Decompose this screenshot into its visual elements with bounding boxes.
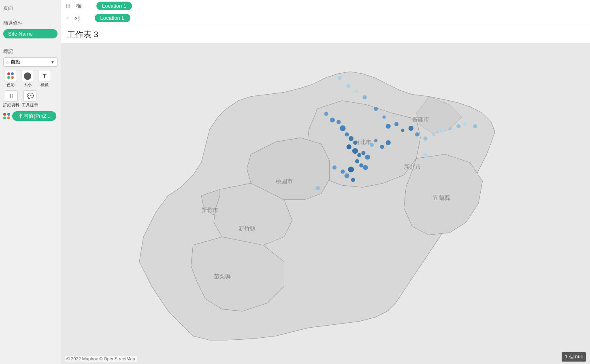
marks-size-button[interactable]: ⬤ 大小: [20, 70, 35, 88]
svg-point-35: [348, 167, 354, 172]
label-label: 標籤: [40, 82, 49, 88]
svg-text:桃園市: 桃園市: [276, 178, 293, 184]
page-label: 頁面: [3, 4, 58, 13]
color-label: 色彩: [6, 82, 15, 88]
row-icon: ≡: [66, 15, 69, 21]
sidebar: 頁面 篩選條件 Site Name 標記 ○ 自動 ▼ 色彩: [0, 0, 61, 364]
svg-point-13: [374, 107, 378, 111]
svg-point-30: [361, 151, 365, 155]
filter-section: 篩選條件 Site Name: [3, 20, 58, 38]
svg-point-31: [365, 154, 370, 159]
svg-point-12: [362, 95, 366, 99]
size-label: 大小: [23, 82, 32, 88]
null-badge: 1 個 null: [562, 352, 586, 362]
svg-point-25: [349, 136, 354, 141]
svg-point-29: [357, 153, 361, 157]
avg-badge[interactable]: 平均值(Pm2...: [3, 111, 58, 121]
tooltip-icon: 💬: [23, 90, 36, 102]
svg-point-39: [332, 165, 337, 169]
svg-point-36: [341, 169, 345, 174]
svg-point-14: [382, 115, 386, 119]
svg-point-11: [355, 90, 358, 93]
filter-section-label: 篩選條件: [3, 20, 58, 27]
svg-point-18: [409, 126, 413, 131]
marks-section-label: 標記: [3, 48, 58, 55]
svg-point-26: [353, 141, 357, 145]
auto-circle-icon: ○: [6, 60, 9, 65]
main-panel: ⁞⁞⁞ 欄 Location 1 ≡ 列 Location L 工作表 3: [61, 0, 590, 364]
marks-icons-row1: 色彩 ⬤ 大小 T 標籤: [3, 70, 58, 88]
worksheet-title: 工作表 3: [61, 24, 590, 44]
svg-point-50: [463, 123, 466, 126]
marks-detail-button[interactable]: ⁞⁞ 詳細資料: [3, 90, 19, 108]
page-section: 頁面: [3, 4, 58, 13]
svg-text:宜蘭縣: 宜蘭縣: [433, 195, 450, 201]
svg-point-37: [344, 173, 349, 178]
color-icon: [4, 70, 17, 81]
size-icon: ⬤: [21, 70, 34, 81]
detail-icon: ⁞⁞: [5, 90, 18, 102]
svg-text:苗栗縣: 苗栗縣: [214, 273, 231, 279]
svg-point-22: [337, 120, 341, 124]
column-icon: ⁞⁞⁞: [66, 3, 70, 9]
column-label: 欄: [76, 2, 92, 10]
header-row-column: ⁞⁞⁞ 欄 Location 1: [61, 0, 590, 12]
svg-text:基隆市: 基隆市: [412, 116, 429, 123]
marks-tooltip-button[interactable]: 💬 工具提示: [22, 90, 38, 108]
svg-point-17: [401, 129, 404, 132]
svg-point-38: [351, 178, 355, 182]
svg-point-34: [363, 165, 368, 170]
svg-point-43: [386, 140, 391, 145]
row-badge[interactable]: Location L: [95, 14, 130, 22]
svg-point-46: [432, 133, 435, 136]
marks-type-dropdown[interactable]: ○ 自動 ▼: [3, 57, 58, 67]
svg-text:新北市: 新北市: [404, 163, 421, 170]
row-label: 列: [75, 15, 91, 22]
map-svg: 台北市 基隆市 新北市 桃園市 新竹市 新竹縣 苗栗縣 宜蘭縣: [61, 44, 590, 364]
svg-point-20: [324, 112, 328, 116]
marks-color-button[interactable]: 色彩: [3, 70, 18, 88]
svg-point-48: [449, 127, 452, 130]
svg-point-44: [316, 186, 320, 190]
label-icon: T: [38, 70, 51, 81]
svg-point-47: [440, 128, 444, 132]
header-rows: ⁞⁞⁞ 欄 Location 1 ≡ 列 Location L: [61, 0, 590, 24]
marks-label-button[interactable]: T 標籤: [37, 70, 52, 88]
avg-label[interactable]: 平均值(Pm2...: [12, 111, 56, 121]
svg-point-9: [338, 76, 342, 80]
avg-dots-icon: [3, 113, 11, 119]
detail-label: 詳細資料: [3, 102, 19, 108]
svg-point-27: [347, 144, 351, 149]
svg-point-19: [415, 132, 419, 136]
svg-point-42: [380, 145, 384, 149]
map-container[interactable]: 台北市 基隆市 新北市 桃園市 新竹市 新竹縣 苗栗縣 宜蘭縣: [61, 44, 590, 364]
svg-point-33: [359, 163, 363, 167]
header-row-row: ≡ 列 Location L: [61, 12, 590, 24]
svg-point-49: [456, 124, 460, 128]
column-badge[interactable]: Location 1: [96, 2, 132, 10]
map-attribution: © 2022 Mapbox © OpenStreetMap: [65, 356, 137, 362]
svg-point-28: [352, 148, 358, 154]
svg-text:新竹縣: 新竹縣: [239, 225, 256, 232]
marks-icons-row2: ⁞⁞ 詳細資料 💬 工具提示: [3, 90, 58, 108]
svg-point-21: [330, 118, 335, 123]
svg-point-45: [423, 137, 427, 141]
marks-dropdown-label: 自動: [11, 59, 20, 66]
svg-point-24: [345, 132, 349, 136]
svg-point-40: [370, 143, 374, 147]
svg-point-32: [355, 159, 359, 163]
svg-point-10: [346, 84, 350, 88]
filter-badge[interactable]: Site Name: [3, 29, 58, 38]
dropdown-arrow-icon: ▼: [51, 60, 55, 64]
svg-point-51: [473, 124, 477, 128]
svg-point-23: [340, 125, 345, 131]
svg-point-41: [374, 139, 377, 142]
svg-text:新竹市: 新竹市: [201, 207, 218, 213]
marks-section: 標記 ○ 自動 ▼ 色彩 ⬤ 大小: [3, 48, 58, 121]
svg-point-15: [386, 124, 391, 129]
tooltip-label: 工具提示: [22, 102, 38, 108]
svg-point-52: [423, 153, 427, 157]
svg-point-16: [394, 122, 398, 126]
